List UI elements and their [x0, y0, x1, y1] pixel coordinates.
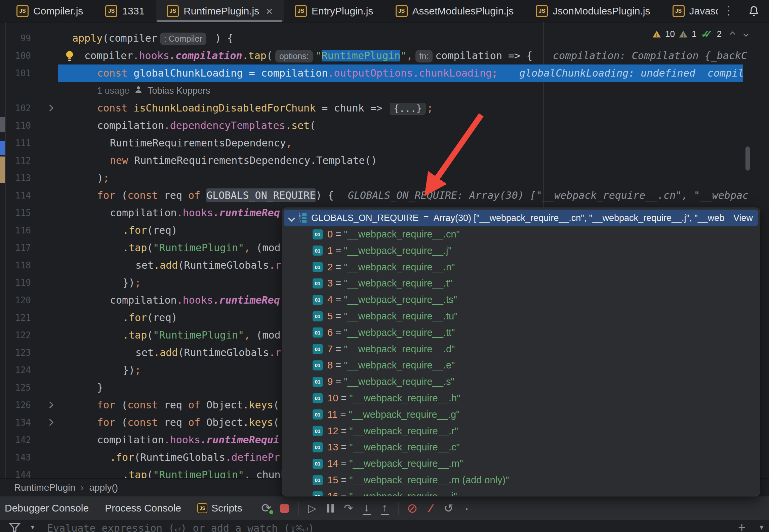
editor-tab-runtimeplugin-js[interactable]: JSRuntimePlugin.js× [156, 0, 284, 22]
array-item-row-3[interactable]: 013 = "__webpack_require__.t" [282, 275, 760, 292]
stop-icon[interactable] [277, 501, 292, 516]
editor-tab-1331[interactable]: JS1331 [94, 0, 156, 22]
add-watch-icon[interactable]: + [738, 520, 745, 532]
breadcrumb-item[interactable]: apply() [89, 482, 118, 493]
close-tab-icon[interactable]: × [266, 5, 273, 17]
step-into-icon[interactable] [359, 501, 374, 516]
inline-debug-value[interactable]: GLOBALS_ON_REQUIRE: Array(30) ["__webpac… [348, 187, 748, 204]
editor-tab-assetmodulesplugin-js[interactable]: JSAssetModulesPlugin.js [384, 0, 525, 22]
array-item-row-1[interactable]: 011 = "__webpack_require__.j" [282, 242, 760, 259]
popup-header-row[interactable]: 1 2 3 GLOBALS_ON_REQUIRE = Array(30) ["_… [284, 210, 758, 226]
breadcrumb-item[interactable]: RuntimePlugin [14, 482, 75, 493]
code-line-112[interactable]: 112new RuntimeRequirementsDependency.Tem… [0, 152, 769, 169]
code-text[interactable]: compilation.hooks.runtimeReq [110, 292, 282, 309]
mute-breakpoints-icon[interactable] [405, 501, 420, 516]
array-item-row-4[interactable]: 014 = "__webpack_require__.ts" [282, 292, 760, 308]
resume-icon[interactable] [305, 501, 320, 516]
usages-inlay[interactable]: 1 usageTobias Koppers [97, 82, 210, 99]
inline-debug-value[interactable]: compil [707, 64, 744, 82]
view-link[interactable]: View [733, 213, 753, 223]
code-text[interactable]: .tap("RuntimePlugin", chunk [123, 466, 282, 478]
next-problem-icon[interactable] [743, 32, 749, 37]
code-text[interactable]: const globalChunkLoading = compilation.o… [97, 64, 498, 82]
array-item-row-5[interactable]: 015 = "__webpack_require__.tu" [282, 308, 760, 324]
code-text[interactable]: } [97, 379, 103, 396]
editor-tab-javascriptmodule[interactable]: JSJavascriptModule [661, 0, 718, 22]
code-text[interactable]: ); [97, 169, 109, 187]
array-item-row-6[interactable]: 016 = "__webpack_require__.tt" [282, 324, 760, 341]
code-text[interactable]: RuntimeRequirementsDependency, [110, 134, 292, 152]
intention-lightbulb-icon[interactable] [65, 50, 74, 65]
array-item-row-16[interactable]: 0116 = "__webpack_require__.i" [282, 488, 760, 496]
force-step-icon[interactable] [423, 501, 438, 516]
code-text[interactable]: .for(RuntimeGlobals.definePr [110, 449, 282, 466]
usage-count[interactable]: 1 usage [97, 82, 129, 99]
code-text[interactable]: for (const req of Object.keys( [97, 396, 282, 414]
console-tab-process-console[interactable]: Process Console [97, 502, 189, 514]
array-item-row-10[interactable]: 0110 = "__webpack_require__.h" [282, 390, 760, 406]
editor-scrollbar-thumb[interactable] [745, 146, 750, 171]
editor-tab-jsonmodulesplugin-js[interactable]: JSJsonModulesPlugin.js [525, 0, 661, 22]
code-text[interactable]: set.add(RuntimeGlobals.r [135, 344, 282, 361]
code-text[interactable]: new RuntimeRequirementsDependency.Templa… [110, 152, 377, 169]
fold-chevron-icon[interactable] [46, 401, 53, 408]
code-text[interactable]: compilation.dependencyTemplates.set( [97, 117, 316, 134]
more-dot-icon[interactable] [459, 501, 474, 516]
js-file-icon: JS [673, 5, 685, 17]
code-line-100[interactable]: 100compiler.hooks.compilation.tap(option… [0, 47, 769, 64]
code-text[interactable]: .tap("RuntimePlugin", (mod [123, 326, 282, 344]
watch-dropdown-icon[interactable]: ▼ [758, 524, 765, 531]
chevron-down-icon[interactable] [288, 214, 295, 221]
code-line-113[interactable]: 113); [0, 169, 769, 187]
inline-debug-value[interactable]: globalChunkLoading: undefined [519, 64, 695, 82]
previous-problem-icon[interactable] [730, 32, 735, 37]
array-item-row-2[interactable]: 012 = "__webpack_require__.n" [282, 259, 760, 275]
fold-chevron-icon[interactable] [46, 419, 53, 426]
inline-debug-value[interactable]: compilation: Compilation {_backC [553, 47, 747, 64]
editor-tab-compiler-js[interactable]: JSCompiler.js [5, 0, 94, 22]
console-tab-debugger-console[interactable]: Debugger Console [0, 502, 97, 514]
rerun-debug-icon[interactable] [259, 501, 274, 516]
code-text[interactable]: set.add(RuntimeGlobals.r [135, 257, 282, 274]
more-tabs-icon[interactable]: ⋮ [723, 3, 735, 17]
code-text[interactable]: }); [123, 274, 141, 292]
code-line-114[interactable]: 114for (const req of GLOBALS_ON_REQUIRE)… [0, 187, 769, 204]
code-line-110[interactable]: 110compilation.dependencyTemplates.set( [0, 117, 769, 134]
console-tab-scripts[interactable]: JSScripts [189, 502, 250, 514]
filter-icon[interactable] [9, 522, 21, 532]
pause-icon[interactable] [323, 501, 338, 516]
code-text[interactable]: for (const req of Object.keys( [97, 414, 282, 431]
code-text[interactable]: compilation.hooks.runtimeReq [110, 204, 282, 222]
notifications-bell-icon[interactable] [747, 5, 760, 19]
array-item-row-11[interactable]: 0111 = "__webpack_require__.g" [282, 406, 760, 423]
code-text[interactable]: compilation.hooks.runtimeRequi [97, 431, 282, 449]
array-item-row-7[interactable]: 017 = "__webpack_require__.d" [282, 341, 760, 357]
code-text[interactable]: apply(compiler: Compiler ) { [72, 30, 233, 47]
array-item-row-8[interactable]: 018 = "__webpack_require__.e" [282, 357, 760, 373]
code-text[interactable]: .for(req) [123, 222, 177, 239]
code-line-111[interactable]: 111RuntimeRequirementsDependency, [0, 134, 769, 152]
reset-frame-icon[interactable] [441, 501, 456, 516]
array-item-row-15[interactable]: 0115 = "__webpack_require__.m (add only)… [282, 472, 760, 488]
array-item-row-12[interactable]: 0112 = "__webpack_require__.r" [282, 423, 760, 439]
usage-hint-row[interactable]: 1 usageTobias Koppers [0, 82, 769, 99]
code-text[interactable]: for (const req of GLOBALS_ON_REQUIRE) { [97, 187, 334, 204]
fold-chevron-icon[interactable] [46, 104, 53, 112]
inspections-widget[interactable]: ! 10 ! 1 ✓✓ 2 [653, 28, 748, 40]
code-text[interactable]: .for(req) [123, 309, 177, 326]
code-text[interactable]: .tap("RuntimePlugin", (mod [123, 239, 282, 257]
array-item-row-9[interactable]: 019 = "__webpack_require__.s" [282, 373, 760, 390]
code-text[interactable]: const isChunkLoadingDisabledForChunk = c… [97, 99, 433, 117]
editor-tab-entryplugin-js[interactable]: JSEntryPlugin.js [284, 0, 384, 22]
step-out-icon[interactable] [377, 501, 392, 516]
step-over-icon[interactable] [341, 501, 356, 516]
code-line-101[interactable]: 101const globalChunkLoading = compilatio… [0, 64, 769, 82]
filter-dropdown-icon[interactable]: ▾ [31, 523, 34, 531]
array-item-row-0[interactable]: 010 = "__webpack_require__.cn" [282, 226, 760, 242]
array-item-row-14[interactable]: 0114 = "__webpack_require__.m" [282, 455, 760, 472]
code-text[interactable]: }); [123, 361, 141, 379]
array-item-row-13[interactable]: 0113 = "__webpack_require__.c" [282, 439, 760, 455]
code-text[interactable]: compiler.hooks.compilation.tap(options:"… [84, 47, 532, 64]
code-line-102[interactable]: 102const isChunkLoadingDisabledForChunk … [0, 99, 769, 117]
evaluate-expression-input[interactable]: Evaluate expression (↵) or add a watch (… [47, 522, 314, 532]
